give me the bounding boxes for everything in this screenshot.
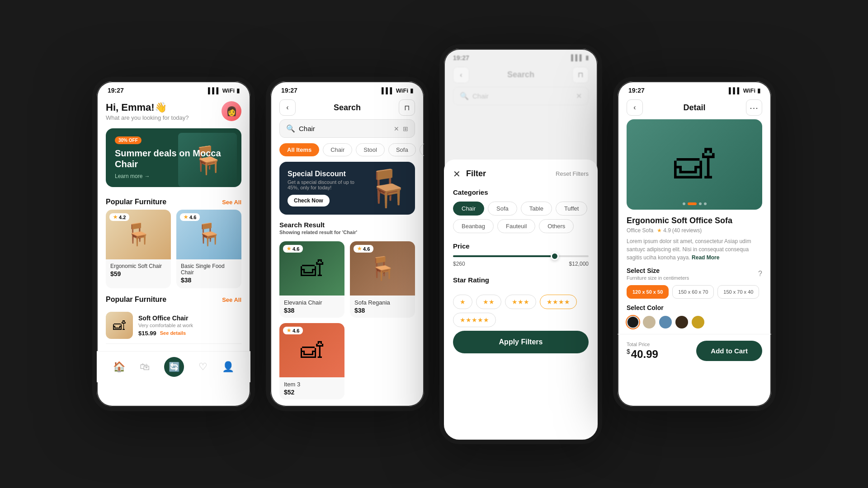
star-1[interactable]: ★ bbox=[453, 295, 472, 309]
color-blue[interactable] bbox=[659, 316, 672, 328]
chip-tuffet[interactable]: Tuffet bbox=[556, 202, 588, 216]
star-icon-2: ★ bbox=[184, 214, 188, 220]
signal-icon-4: ▌▌▌ bbox=[729, 87, 741, 94]
bottom-nav: 🏠 🛍 🔄 ♡ 👤 bbox=[97, 351, 250, 382]
star-2[interactable]: ★★ bbox=[476, 295, 501, 309]
popular-thumb-1: 🛋 bbox=[106, 312, 133, 339]
product-category: Office Sofa bbox=[627, 227, 653, 234]
result-card-1[interactable]: 🛋 ★ 4.6 Elevania Chair $38 bbox=[279, 241, 344, 318]
result-name-3: Item 3 bbox=[279, 377, 344, 389]
avatar[interactable]: 👩 bbox=[222, 101, 241, 121]
cat-tab-stool[interactable]: Stool bbox=[356, 143, 385, 156]
product-card-2[interactable]: 🪑 ★ 4.6 Basic Single Food Chair $38 bbox=[176, 210, 241, 288]
result-price-1: $38 bbox=[279, 307, 344, 318]
chip-chair[interactable]: Chair bbox=[453, 202, 484, 216]
result-name-1: Elevania Chair bbox=[279, 296, 344, 307]
dot-2[interactable] bbox=[688, 202, 697, 205]
filter-button[interactable]: ⊓ bbox=[399, 99, 415, 116]
color-gold[interactable] bbox=[692, 316, 704, 328]
stars-4: ★★★★ bbox=[547, 298, 570, 305]
price-slider-track[interactable] bbox=[453, 255, 589, 257]
nav-home[interactable]: 🏠 bbox=[113, 361, 125, 373]
size-title: Select Size bbox=[627, 267, 689, 274]
price-min: $260 bbox=[453, 261, 465, 267]
color-tan[interactable] bbox=[643, 316, 656, 328]
product-name-2: Basic Single Food Chair bbox=[176, 259, 241, 277]
cat-tab-sofa[interactable]: Sofa bbox=[388, 143, 416, 156]
help-icon[interactable]: ? bbox=[758, 270, 762, 278]
see-all-2[interactable]: See All bbox=[222, 296, 241, 303]
discount-title: Special Discount bbox=[288, 170, 365, 178]
star-3[interactable]: ★★★ bbox=[505, 295, 536, 309]
chip-fauteuil[interactable]: Fauteuil bbox=[497, 219, 535, 233]
star-5[interactable]: ★★★★★ bbox=[453, 313, 496, 327]
back-button-2[interactable]: ‹ bbox=[279, 99, 296, 116]
back-button-4[interactable]: ‹ bbox=[627, 99, 643, 116]
chip-others[interactable]: Others bbox=[539, 219, 574, 233]
popular-detail-1[interactable]: See details bbox=[160, 330, 186, 336]
more-button[interactable]: ··· bbox=[746, 99, 762, 116]
product-image-2: 🪑 ★ 4.6 bbox=[176, 210, 241, 259]
nav-shop[interactable]: 🛍 bbox=[140, 361, 150, 373]
purchase-row: Total Price $40.99 Add to Cart bbox=[618, 334, 771, 367]
product-price-2: $38 bbox=[176, 277, 241, 284]
search-box: 🔍 ✕ ⊞ bbox=[279, 119, 415, 138]
see-all-1[interactable]: See All bbox=[222, 199, 241, 206]
reset-filters[interactable]: Reset Filters bbox=[556, 170, 589, 177]
search-input[interactable] bbox=[299, 125, 390, 132]
nav-scan[interactable]: 🔄 bbox=[164, 357, 184, 377]
result-card-2[interactable]: 🪑 ★ 4.6 Sofa Regania $38 bbox=[350, 241, 415, 318]
result-star-3: ★ bbox=[287, 328, 291, 333]
color-brown[interactable] bbox=[675, 316, 688, 328]
product-info: Ergonomic Soft Office Sofa Office Sofa ★… bbox=[618, 210, 771, 262]
cat-tab-chair[interactable]: Chair bbox=[323, 143, 352, 156]
read-more-link[interactable]: Read More bbox=[692, 254, 719, 261]
product-card-1[interactable]: 🪑 ★ 4.2 Ergonomic Soft Chair $59 bbox=[106, 210, 171, 288]
size-option-2[interactable]: 150 x 60 x 70 bbox=[672, 285, 714, 299]
close-icon[interactable]: ✕ bbox=[453, 169, 461, 179]
promo-badge: 30% OFF bbox=[115, 136, 142, 144]
sliders-icon[interactable]: ⊞ bbox=[403, 125, 408, 132]
chip-sofa[interactable]: Sofa bbox=[488, 202, 517, 216]
nav-wishlist[interactable]: ♡ bbox=[198, 361, 208, 373]
result-rating-2: ★ 4.6 bbox=[354, 245, 373, 253]
discount-chair-image: 🪑 bbox=[365, 167, 410, 210]
price-max: $12,000 bbox=[569, 261, 589, 267]
result-card-3[interactable]: 🛋 ★ 4.6 Item 3 $52 bbox=[279, 323, 344, 399]
product-price-1: $59 bbox=[106, 270, 171, 277]
check-now-btn[interactable]: Check Now bbox=[288, 195, 330, 206]
size-option-3[interactable]: 150 x 70 x 40 bbox=[717, 285, 759, 299]
apply-filters-button[interactable]: Apply Filters bbox=[453, 331, 589, 353]
dot-3[interactable] bbox=[699, 202, 702, 205]
signal-icon-2: ▌▌▌ bbox=[382, 87, 394, 94]
nav-profile[interactable]: 👤 bbox=[222, 361, 234, 373]
add-to-cart-button[interactable]: Add to Cart bbox=[696, 341, 762, 361]
clear-icon[interactable]: ✕ bbox=[394, 125, 399, 132]
star-4[interactable]: ★★★★ bbox=[540, 295, 577, 309]
category-tabs: All Items Chair Stool Sofa Table bbox=[270, 143, 424, 162]
learn-more-link[interactable]: Learn more → bbox=[115, 173, 232, 179]
search-title: Search bbox=[334, 103, 361, 113]
cat-tab-table[interactable]: Table bbox=[420, 143, 424, 156]
rating-star: ★ bbox=[657, 227, 662, 234]
dot-1[interactable] bbox=[683, 202, 685, 205]
chip-table[interactable]: Table bbox=[521, 202, 552, 216]
price-title: Price bbox=[453, 242, 589, 250]
chip-beanbag[interactable]: Beanbag bbox=[453, 219, 494, 233]
cat-tab-allitems[interactable]: All Items bbox=[279, 143, 319, 156]
popular-item-1[interactable]: 🛋 Soft Office Chair Very comfortable at … bbox=[106, 307, 241, 344]
dot-4[interactable] bbox=[704, 202, 707, 205]
size-option-1[interactable]: 120 x 50 x 50 bbox=[627, 285, 669, 299]
battery-icon-3: ▮ bbox=[585, 54, 589, 61]
filter-header: ✕ Filter Reset Filters bbox=[453, 169, 589, 179]
popular-furniture-title-2: Popular Furniture bbox=[106, 296, 166, 304]
status-time-3-bg: 19:27 bbox=[453, 54, 469, 61]
color-title: Select Color bbox=[627, 304, 762, 311]
stars-2: ★★ bbox=[483, 298, 495, 305]
product-description: Lorem ipsum dolor sit amet, consectetur … bbox=[627, 237, 762, 262]
result-star-1: ★ bbox=[287, 246, 291, 252]
price-slider-thumb[interactable] bbox=[551, 252, 559, 260]
results-title: Search Result bbox=[279, 221, 415, 229]
color-black[interactable] bbox=[627, 316, 639, 328]
rating-value: 4.9 bbox=[663, 227, 671, 234]
